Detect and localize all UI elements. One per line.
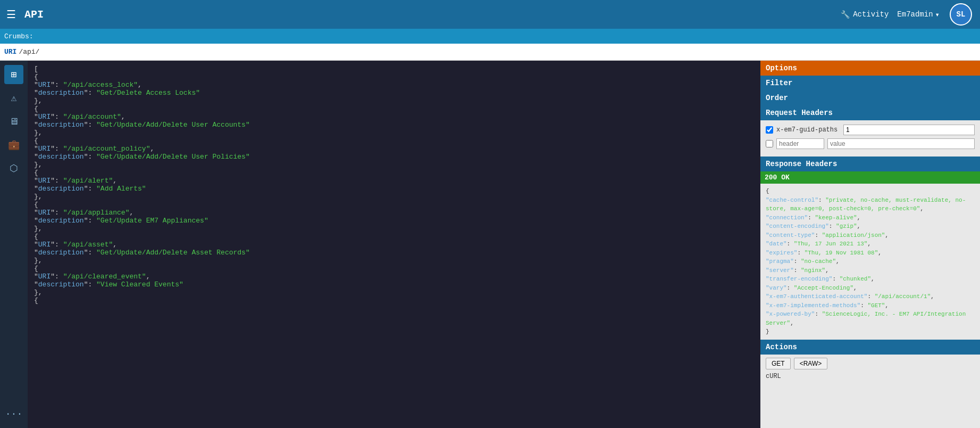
resp-line: "content-encoding": "gzip", [766,222,975,231]
req-header-2-checkbox[interactable] [766,140,773,147]
json-line: }, [34,289,754,297]
curl-label: cURL [760,373,980,381]
json-line: { [34,201,754,209]
briefcase-icon: 💼 [8,139,20,151]
json-line: }, [34,161,754,169]
req-header-2-value-input[interactable] [827,138,975,149]
left-sidebar: ⊞ ⚠ 🖥 💼 ⬡ ··· [0,61,28,428]
json-line: { [34,233,754,241]
json-line: }, [34,257,754,265]
json-line: "URI": "/api/account_policy", [34,145,754,153]
user-label: Em7admin [897,10,933,19]
breadcrumb-label: Crumbs: [4,32,33,40]
json-line: "URI": "/api/access_lock", [34,81,754,89]
activity-icon: 🔧 [841,10,850,19]
req-header-row-2 [766,138,975,149]
monitor-icon: 🖥 [9,116,19,127]
json-line: "URI": "/api/alert", [34,177,754,185]
sidebar-item-network[interactable]: ⬡ [4,159,23,178]
resp-line: "expires": "Thu, 19 Nov 1981 08", [766,249,975,258]
activity-label: Activity [853,10,889,19]
json-line: { [34,265,754,273]
req-header-2-name-input[interactable] [776,138,824,149]
sidebar-item-briefcase[interactable]: 💼 [4,135,23,154]
json-line: { [34,105,754,113]
sidebar-item-alert[interactable]: ⚠ [4,88,23,108]
uri-bar: URI [0,44,980,61]
grid-icon: ⊞ [11,69,17,80]
json-line: "URI": "/api/cleared_event", [34,273,754,281]
json-line: "description": "Get/Update/Add/Delete Us… [34,121,754,129]
resp-line: "server": "nginx", [766,266,975,275]
sidebar-item-grid[interactable]: ⊞ [4,65,23,84]
right-panel: Options Filter Order Request Headers x-e… [760,61,980,428]
json-line: "description": "Get/Update/Add/Delete Us… [34,153,754,161]
request-headers-content: x-em7-guid-paths [760,120,980,157]
actions-header[interactable]: Actions [760,340,980,355]
alert-icon: ⚠ [11,92,17,104]
resp-line: "content-type": "application/json", [766,231,975,240]
uri-input[interactable] [19,48,976,56]
more-icon: ··· [5,409,22,419]
logo-circle: SL [950,3,972,26]
sidebar-item-monitor[interactable]: 🖥 [4,112,23,131]
resp-close-brace: } [766,327,975,336]
resp-line: "cache-control": "private, no-cache, mus… [766,196,975,213]
json-line: "description": "Add Alerts" [34,185,754,193]
network-icon: ⬡ [10,162,18,174]
raw-button[interactable]: <RAW> [794,358,828,369]
resp-open-brace: { [766,187,975,196]
json-line: "description": "Get/Delete Access Locks" [34,89,754,97]
page-title: API [24,9,841,21]
main-area: ⊞ ⚠ 🖥 💼 ⬡ ··· [ { "URI": "/api/access_lo… [0,61,980,428]
json-line: [ [34,65,754,73]
json-line: }, [34,129,754,137]
topbar-right: 🔧 Activity Em7admin ▾ SL [841,4,974,24]
req-header-row-1: x-em7-guid-paths [766,125,975,135]
req-header-1-value[interactable] [843,125,975,135]
resp-line: "transfer-encoding": "chunked", [766,275,975,284]
json-line: "URI": "/api/appliance", [34,209,754,217]
topbar: ☰ API 🔧 Activity Em7admin ▾ SL [0,0,980,29]
menu-icon[interactable]: ☰ [6,8,16,21]
activity-button[interactable]: 🔧 Activity [841,10,889,19]
json-line: }, [34,97,754,105]
breadcrumb-bar: Crumbs: [0,29,980,44]
json-line: "description": "Get/Update/Add/Delete As… [34,249,754,257]
json-line: { [34,73,754,81]
actions-row: GET <RAW> [760,355,980,373]
get-button[interactable]: GET [766,358,791,369]
order-header[interactable]: Order [760,90,980,105]
json-line: }, [34,225,754,233]
json-line: "description": "Get/Update EM7 Appliance… [34,217,754,225]
resp-line: "x-em7-authenticated-account": "/api/acc… [766,292,975,301]
json-line: { [34,297,754,304]
resp-line: "date": "Thu, 17 Jun 2021 13", [766,240,975,249]
status-badge: 200 OK [760,171,980,184]
json-line: "URI": "/api/asset", [34,241,754,249]
resp-line: "x-em7-implemented-methods": "GET", [766,301,975,310]
json-content: [ { "URI": "/api/access_lock", "descript… [28,61,760,428]
logo: SL [948,4,974,24]
response-headers-header[interactable]: Response Headers [760,157,980,171]
resp-line: "x-powered-by": "ScienceLogic, Inc. - EM… [766,310,975,327]
request-headers-header[interactable]: Request Headers [760,105,980,120]
options-header[interactable]: Options [760,61,980,76]
json-line: "description": "View Cleared Events" [34,281,754,289]
filter-header[interactable]: Filter [760,76,980,90]
req-header-1-checkbox[interactable] [766,126,773,134]
resp-line: "pragma": "no-cache", [766,257,975,266]
req-header-1-name: x-em7-guid-paths [776,126,840,134]
resp-line: "connection": "keep-alive", [766,213,975,223]
user-chevron-icon: ▾ [935,10,940,19]
json-line: "URI": "/api/account", [34,113,754,121]
json-line: { [34,137,754,145]
resp-line: "vary": "Accept-Encoding", [766,284,975,293]
json-line: }, [34,193,754,201]
json-line: { [34,169,754,177]
response-body: { "cache-control": "private, no-cache, m… [760,184,980,340]
uri-label: URI [4,48,16,56]
sidebar-item-more[interactable]: ··· [4,405,23,424]
user-menu[interactable]: Em7admin ▾ [897,10,940,19]
